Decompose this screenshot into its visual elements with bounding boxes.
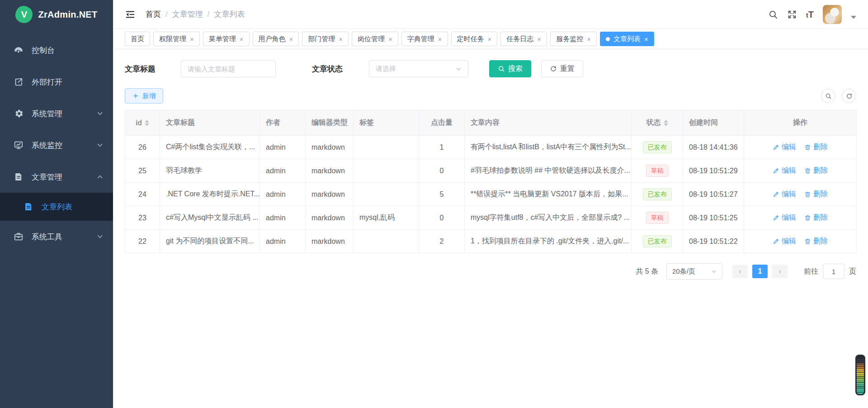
close-icon[interactable]: × bbox=[339, 36, 343, 43]
chevron-down-icon bbox=[97, 233, 103, 240]
close-icon[interactable]: × bbox=[190, 36, 194, 43]
table-search-toggle-button[interactable] bbox=[821, 89, 835, 103]
sidebar-item-系统工具[interactable]: 系统工具 bbox=[0, 221, 113, 252]
delete-button[interactable]: 删除 bbox=[804, 142, 828, 152]
edit-button[interactable]: 编辑 bbox=[773, 190, 796, 199]
prev-page-button[interactable]: ‹ bbox=[732, 265, 748, 278]
sidebar-item-文章列表[interactable]: 文章列表 bbox=[0, 193, 113, 221]
delete-button[interactable]: 删除 bbox=[804, 190, 828, 199]
close-icon[interactable]: × bbox=[644, 36, 648, 43]
sidebar-item-外部打开[interactable]: 外部打开 bbox=[0, 66, 113, 98]
sort-caret-icon[interactable] bbox=[664, 120, 668, 126]
fullscreen-icon[interactable] bbox=[787, 9, 797, 19]
breadcrumb-separator: / bbox=[208, 10, 210, 19]
delete-button[interactable]: 删除 bbox=[804, 166, 828, 176]
cell-id: 23 bbox=[125, 206, 160, 230]
add-button[interactable]: 新增 bbox=[125, 88, 163, 104]
search-icon[interactable] bbox=[768, 9, 778, 19]
column-header-状态[interactable]: 状态 bbox=[632, 110, 683, 136]
cell-clicks: 0 bbox=[419, 159, 465, 183]
articles-table: id文章标题作者编辑器类型标签点击量文章内容状态创建时间操作 26C#两个lis… bbox=[125, 110, 857, 253]
edit-button[interactable]: 编辑 bbox=[773, 142, 796, 152]
tab-label: 岗位管理 bbox=[358, 35, 385, 43]
breadcrumb: 首页/文章管理/文章列表 bbox=[146, 9, 245, 19]
cell-author: admin bbox=[260, 230, 306, 253]
cell-tag bbox=[354, 136, 419, 159]
sidebar-item-控制台[interactable]: 控制台 bbox=[0, 34, 113, 66]
sidebar-item-label: 系统监控 bbox=[32, 140, 97, 151]
tab-权限管理[interactable]: 权限管理× bbox=[153, 32, 200, 46]
goto-page-input[interactable] bbox=[823, 264, 844, 279]
cell-actions: 编辑删除 bbox=[744, 230, 857, 253]
page-size-select[interactable]: 20条/页 bbox=[666, 263, 722, 280]
article-status-select[interactable]: 请选择 bbox=[369, 60, 468, 77]
delete-button-label: 删除 bbox=[813, 142, 828, 152]
column-header-id[interactable]: id bbox=[125, 110, 160, 136]
briefcase-icon bbox=[14, 232, 24, 242]
tab-菜单管理[interactable]: 菜单管理× bbox=[203, 32, 250, 46]
cell-status: 草稿 bbox=[632, 159, 683, 183]
close-icon[interactable]: × bbox=[488, 36, 492, 43]
menu-fold-icon[interactable] bbox=[125, 9, 136, 20]
breadcrumb-item: 文章管理 bbox=[172, 9, 203, 19]
edit-button-label: 编辑 bbox=[782, 213, 796, 223]
article-status-label: 文章状态 bbox=[312, 64, 343, 74]
column-header-编辑器类型: 编辑器类型 bbox=[306, 110, 354, 136]
tab-label: 菜单管理 bbox=[209, 35, 236, 43]
delete-button[interactable]: 删除 bbox=[804, 237, 828, 246]
cell-title: .NET Core 发布时提示.NET... bbox=[160, 183, 260, 206]
chevron-down-icon[interactable] bbox=[851, 16, 856, 19]
edit-button[interactable]: 编辑 bbox=[773, 237, 796, 246]
sidebar-item-系统管理[interactable]: 系统管理 bbox=[0, 98, 113, 129]
edit-button[interactable]: 编辑 bbox=[773, 166, 796, 176]
search-button[interactable]: 搜索 bbox=[489, 60, 531, 77]
close-icon[interactable]: × bbox=[289, 36, 293, 43]
reset-button[interactable]: 重置 bbox=[541, 60, 583, 77]
color-levels-widget[interactable] bbox=[855, 355, 865, 395]
tab-服务监控[interactable]: 服务监控× bbox=[550, 32, 597, 46]
cell-tag bbox=[354, 230, 419, 253]
search-icon bbox=[498, 65, 505, 72]
tab-岗位管理[interactable]: 岗位管理× bbox=[352, 32, 398, 46]
column-label: 操作 bbox=[793, 119, 807, 126]
status-badge: 草稿 bbox=[646, 212, 669, 224]
tab-label: 权限管理 bbox=[159, 35, 186, 43]
tab-任务日志[interactable]: 任务日志× bbox=[500, 32, 547, 46]
tab-label: 任务日志 bbox=[506, 35, 533, 43]
page-number-button[interactable]: 1 bbox=[752, 265, 768, 278]
cell-title: C#两个list集合实现关联，... bbox=[160, 136, 260, 159]
article-title-input[interactable] bbox=[181, 60, 276, 77]
cell-actions: 编辑删除 bbox=[744, 136, 857, 159]
delete-button[interactable]: 删除 bbox=[804, 213, 828, 223]
breadcrumb-item[interactable]: 首页 bbox=[146, 9, 161, 19]
tab-文章列表[interactable]: 文章列表× bbox=[600, 32, 654, 46]
cell-status: 已发布 bbox=[632, 183, 683, 206]
status-badge: 已发布 bbox=[643, 235, 672, 247]
table-row: 22git 为不同的项目设置不同...adminmarkdown21，找到项目所… bbox=[125, 230, 857, 253]
close-icon[interactable]: × bbox=[537, 36, 541, 43]
font-size-icon[interactable]: tT bbox=[806, 10, 814, 19]
sort-caret-icon[interactable] bbox=[145, 120, 149, 126]
edit-button[interactable]: 编辑 bbox=[773, 213, 796, 223]
cell-editor-type: markdown bbox=[306, 230, 354, 253]
sidebar-item-系统监控[interactable]: 系统监控 bbox=[0, 129, 113, 161]
close-icon[interactable]: × bbox=[438, 36, 442, 43]
sidebar-item-label: 文章列表 bbox=[42, 202, 103, 212]
tab-首页[interactable]: 首页 bbox=[125, 32, 150, 46]
close-icon[interactable]: × bbox=[587, 36, 591, 43]
column-label: 创建时间 bbox=[689, 119, 718, 126]
close-icon[interactable]: × bbox=[240, 36, 244, 43]
column-label: 状态 bbox=[646, 119, 661, 126]
tab-定时任务[interactable]: 定时任务× bbox=[451, 32, 498, 46]
table-refresh-button[interactable] bbox=[842, 89, 856, 103]
tab-部门管理[interactable]: 部门管理× bbox=[302, 32, 349, 46]
tab-label: 定时任务 bbox=[457, 35, 484, 43]
sidebar-item-文章管理[interactable]: 文章管理 bbox=[0, 161, 113, 193]
tab-用户角色[interactable]: 用户角色× bbox=[253, 32, 299, 46]
close-icon[interactable]: × bbox=[388, 36, 392, 43]
tab-字典管理[interactable]: 字典管理× bbox=[401, 32, 448, 46]
next-page-button[interactable]: › bbox=[772, 265, 788, 278]
status-badge: 已发布 bbox=[643, 188, 672, 200]
avatar[interactable] bbox=[823, 5, 842, 24]
external-link-icon bbox=[14, 77, 24, 87]
